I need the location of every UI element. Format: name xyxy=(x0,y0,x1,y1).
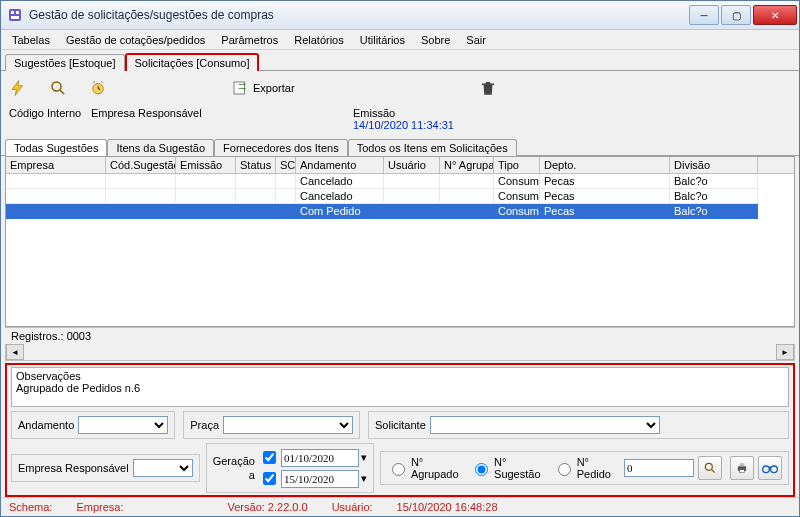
col-usuario[interactable]: Usuário xyxy=(384,157,440,173)
col-sc[interactable]: SC xyxy=(276,157,296,173)
grid-header: Empresa Cód.Sugestão Emissão Status SC A… xyxy=(6,157,794,174)
cell xyxy=(176,204,236,219)
cell: Cancelado xyxy=(296,174,384,189)
numero-search-button[interactable] xyxy=(698,456,722,480)
date1-input[interactable] xyxy=(281,449,359,467)
col-cod[interactable]: Cód.Sugestão xyxy=(106,157,176,173)
print-button[interactable] xyxy=(730,456,754,480)
svg-rect-9 xyxy=(740,463,745,466)
svg-point-11 xyxy=(763,466,770,473)
tab-solicitacoes-consumo[interactable]: Solicitações [Consumo] xyxy=(125,53,260,71)
empresa-group: Empresa Responsável xyxy=(11,454,200,482)
svg-rect-3 xyxy=(11,16,19,19)
praca-select[interactable] xyxy=(223,416,353,434)
cell xyxy=(276,174,296,189)
info-empresa: Empresa Responsável xyxy=(91,107,351,131)
empresa-resp-label: Empresa Responsável xyxy=(18,462,129,474)
menu-sobre[interactable]: Sobre xyxy=(414,32,457,48)
menu-relatorios[interactable]: Relatórios xyxy=(287,32,351,48)
date1-dropdown-icon[interactable]: ▾ xyxy=(361,451,367,464)
status-versao: Versão: 2.22.0.0 xyxy=(228,501,308,513)
close-button[interactable]: ✕ xyxy=(753,5,797,25)
gtab-itens[interactable]: Itens da Sugestão xyxy=(107,139,214,156)
col-tipo[interactable]: Tipo xyxy=(494,157,540,173)
numero-input[interactable] xyxy=(624,459,694,477)
cell: Pecas xyxy=(540,204,670,219)
menu-tabelas[interactable]: Tabelas xyxy=(5,32,57,48)
trash-button[interactable] xyxy=(479,79,497,97)
printer-icon xyxy=(735,461,749,475)
menu-cotacoes[interactable]: Gestão de cotações/pedidos xyxy=(59,32,212,48)
cell xyxy=(176,189,236,204)
scroll-left-icon[interactable]: ◄ xyxy=(6,344,24,360)
scroll-right-icon[interactable]: ► xyxy=(776,344,794,360)
observacoes-box: Observações Agrupado de Pedidos n.6 xyxy=(11,367,789,407)
empresa-select[interactable] xyxy=(133,459,193,477)
cell: Consumo xyxy=(494,174,540,189)
gtab-forn[interactable]: Fornecedores dos Itens xyxy=(214,139,348,156)
date2-input[interactable] xyxy=(281,470,359,488)
cell xyxy=(384,204,440,219)
col-andamento[interactable]: Andamento xyxy=(296,157,384,173)
table-row[interactable]: CanceladoConsumoPecasBalc?o xyxy=(6,174,794,189)
solicitante-group: Solicitante xyxy=(368,411,789,439)
andamento-group: Andamento xyxy=(11,411,175,439)
cell: Balc?o xyxy=(670,174,758,189)
cell xyxy=(106,204,176,219)
table-row[interactable]: CanceladoConsumoPecasBalc?o xyxy=(6,189,794,204)
grid-body[interactable]: CanceladoConsumoPecasBalc?oCanceladoCons… xyxy=(6,174,794,326)
search-button[interactable] xyxy=(49,79,67,97)
status-empresa: Empresa: xyxy=(76,501,123,513)
cell: Cancelado xyxy=(296,189,384,204)
radio-pedido[interactable]: N° Pedido xyxy=(553,456,620,480)
window-buttons: ─ ▢ ✕ xyxy=(687,5,797,25)
search-icon xyxy=(703,461,717,475)
status-data: 15/10/2020 16:48:28 xyxy=(397,501,498,513)
solicitante-label: Solicitante xyxy=(375,419,426,431)
tab-sugestoes-estoque[interactable]: Sugestões [Estoque] xyxy=(5,54,125,71)
col-status[interactable]: Status xyxy=(236,157,276,173)
cell xyxy=(384,174,440,189)
col-emissao[interactable]: Emissão xyxy=(176,157,236,173)
empresa-label: Empresa Responsável xyxy=(91,107,351,119)
cell: Consumo xyxy=(494,204,540,219)
svg-point-7 xyxy=(705,463,712,470)
date2-dropdown-icon[interactable]: ▾ xyxy=(361,472,367,485)
info-emissao: Emissão 14/10/2020 11:34:31 xyxy=(353,107,454,131)
maximize-button[interactable]: ▢ xyxy=(721,5,751,25)
svg-point-12 xyxy=(771,466,778,473)
cell: Pecas xyxy=(540,174,670,189)
cell: Balc?o xyxy=(670,189,758,204)
col-depto[interactable]: Depto. xyxy=(540,157,670,173)
menu-parametros[interactable]: Parâmetros xyxy=(214,32,285,48)
gtab-todos[interactable]: Todos os Itens em Solicitações xyxy=(348,139,517,156)
cell xyxy=(106,189,176,204)
minimize-button[interactable]: ─ xyxy=(689,5,719,25)
data-grid: Empresa Cód.Sugestão Emissão Status SC A… xyxy=(5,156,795,327)
emissao-label: Emissão xyxy=(353,107,454,119)
filter-row-1: Andamento Praça Solicitante xyxy=(11,411,789,439)
col-divisao[interactable]: Divisão xyxy=(670,157,758,173)
table-row[interactable]: Com PedidoConsumoPecasBalc?o xyxy=(6,204,794,219)
cell xyxy=(6,204,106,219)
h-scrollbar[interactable]: ◄ ► xyxy=(5,344,795,361)
radio-sugestao[interactable]: N° Sugestão xyxy=(470,456,549,480)
solicitante-select[interactable] xyxy=(430,416,660,434)
date1-check[interactable] xyxy=(263,451,276,464)
binoculars-button[interactable] xyxy=(758,456,782,480)
col-empresa[interactable]: Empresa xyxy=(6,157,106,173)
emissao-value: 14/10/2020 11:34:31 xyxy=(353,119,454,131)
cell xyxy=(440,204,494,219)
menu-utilitarios[interactable]: Utilitários xyxy=(353,32,412,48)
gtab-todas[interactable]: Todas Sugestões xyxy=(5,139,107,156)
export-button[interactable]: Exportar xyxy=(231,79,295,97)
info-codigo: Código Interno xyxy=(9,107,89,131)
date2-check[interactable] xyxy=(263,472,276,485)
alarm-button[interactable] xyxy=(89,79,107,97)
record-count: Registros.: 0003 xyxy=(5,327,795,344)
andamento-select[interactable] xyxy=(78,416,168,434)
menu-sair[interactable]: Sair xyxy=(459,32,493,48)
col-agrupado[interactable]: N° Agrupado xyxy=(440,157,494,173)
radio-agrupado[interactable]: N° Agrupado xyxy=(387,456,466,480)
lightning-button[interactable] xyxy=(9,79,27,97)
